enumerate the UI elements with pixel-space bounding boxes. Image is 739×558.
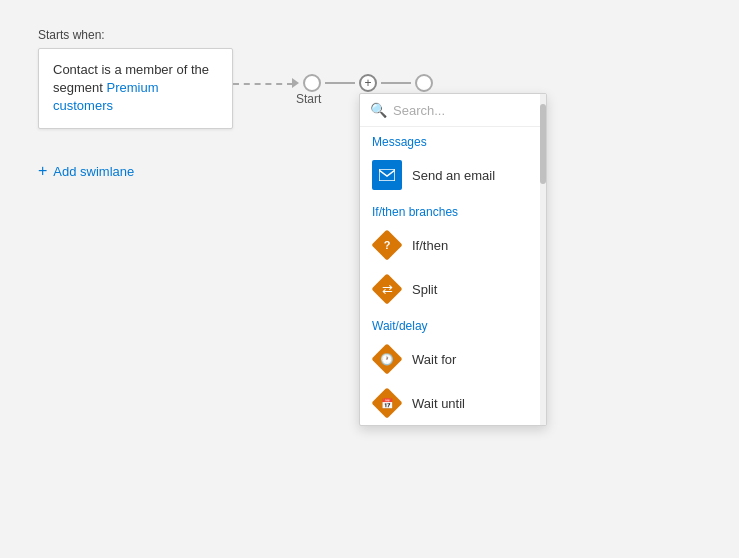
starts-when-label: Starts when:: [38, 28, 105, 42]
split-icon: ⇄: [372, 274, 402, 304]
split-label: Split: [412, 282, 437, 297]
starts-when-text: Starts when:: [38, 28, 105, 42]
dashed-connector: [233, 83, 293, 85]
menu-item-wait-for[interactable]: 🕐 Wait for: [360, 337, 546, 381]
section-wait-label: Wait/delay: [360, 311, 546, 337]
menu-item-ifthen[interactable]: ? If/then: [360, 223, 546, 267]
wait-for-icon: 🕐: [372, 344, 402, 374]
svg-rect-0: [379, 169, 395, 181]
solid-connector: [325, 82, 355, 84]
search-input[interactable]: [393, 103, 536, 118]
dropdown-panel: 🔍 Messages Send an email If/then branche…: [359, 93, 547, 426]
add-swimlane-button[interactable]: + Add swimlane: [38, 162, 134, 180]
flow-connector: [233, 74, 433, 92]
canvas: Starts when: Contact is a member of the …: [0, 0, 739, 558]
scrollbar-thumb[interactable]: [540, 104, 546, 184]
wait-until-icon: 📅: [372, 388, 402, 418]
start-text: Start: [296, 92, 321, 106]
flow-node-end: [415, 74, 433, 92]
search-icon: 🔍: [370, 102, 387, 118]
scrollbar-track[interactable]: [540, 94, 546, 425]
flow-node-plus[interactable]: [359, 74, 377, 92]
ifthen-label: If/then: [412, 238, 448, 253]
email-icon: [372, 160, 402, 190]
arrow-icon: [292, 78, 299, 88]
send-email-label: Send an email: [412, 168, 495, 183]
menu-item-send-email[interactable]: Send an email: [360, 153, 546, 197]
svg-rect-1: [379, 169, 395, 181]
menu-item-wait-until[interactable]: 📅 Wait until: [360, 381, 546, 425]
panel-content: Messages Send an email If/then branches: [360, 127, 546, 425]
add-swimlane-label: Add swimlane: [53, 164, 134, 179]
trigger-card: Contact is a member of the segment Premi…: [38, 48, 233, 129]
search-row: 🔍: [360, 94, 546, 127]
wait-for-label: Wait for: [412, 352, 456, 367]
ifthen-icon: ?: [372, 230, 402, 260]
solid-connector-2: [381, 82, 411, 84]
wait-until-label: Wait until: [412, 396, 465, 411]
flow-node-circle: [303, 74, 321, 92]
add-swimlane-icon: +: [38, 162, 47, 180]
section-messages-label: Messages: [360, 127, 546, 153]
start-label: Start: [296, 92, 321, 106]
menu-item-split[interactable]: ⇄ Split: [360, 267, 546, 311]
section-ifthen-label: If/then branches: [360, 197, 546, 223]
